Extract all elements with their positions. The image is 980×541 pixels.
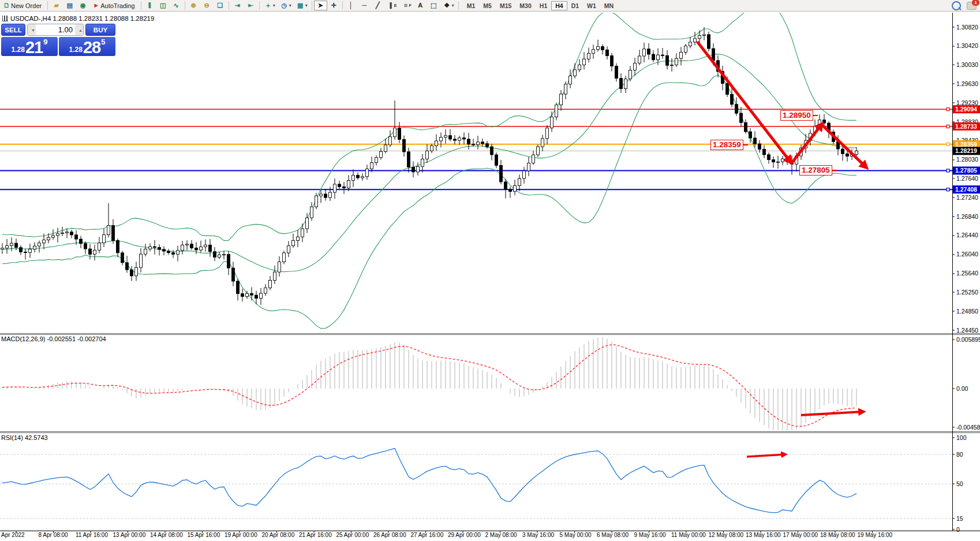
buy-price-sup: 5	[101, 38, 105, 46]
tab-timeframe-M1[interactable]: M1	[463, 1, 480, 10]
horizontal-line-button[interactable]: ─	[358, 1, 371, 10]
svg-text:6 May 08:00: 6 May 08:00	[597, 532, 629, 538]
tab-timeframe-H1[interactable]: H1	[536, 1, 551, 10]
volume-increase-button[interactable]: ▲	[75, 24, 83, 35]
svg-text:1.27408: 1.27408	[955, 186, 977, 193]
toolbar-separator	[458, 1, 459, 10]
arrows-tool-button[interactable]: ❖▾	[440, 1, 457, 10]
autotrading-button[interactable]: ► AutoTrading	[89, 1, 139, 10]
signals-icon: ◉	[78, 1, 87, 10]
svg-text:80: 80	[956, 451, 963, 458]
wallet-button[interactable]: ▰	[50, 1, 63, 10]
toolbar-separator	[229, 1, 229, 10]
svg-text:1.30420: 1.30420	[956, 42, 978, 49]
notifications-icon[interactable]: 1	[967, 2, 977, 10]
svg-text:18 May 08:00: 18 May 08:00	[820, 532, 855, 538]
chart-canvas[interactable]: 1.308201.304201.300301.296301.292301.288…	[0, 0, 980, 541]
periods-button[interactable]: ◷▾	[278, 1, 294, 10]
svg-text:13 May 16:00: 13 May 16:00	[746, 532, 781, 538]
line-chart-button[interactable]: ∿	[170, 1, 183, 10]
buy-button[interactable]: BUY	[85, 24, 115, 36]
svg-text:11 May 00:00: 11 May 00:00	[671, 532, 706, 538]
svg-text:2 May 08:00: 2 May 08:00	[485, 532, 517, 538]
macd-label: MACD(12,26,9) -0.002551 -0.002704	[1, 335, 106, 342]
candlestick-chart-button[interactable]: ◫	[156, 1, 170, 10]
zoom-in-icon: ⊕	[189, 1, 198, 10]
toolbar-separator	[342, 1, 343, 10]
price-annotation[interactable]: 1.28359	[710, 140, 743, 150]
volume-stepper: ▼ ▲	[27, 24, 84, 36]
bollinger-bands	[2, 3, 856, 329]
svg-text:19 May 16:00: 19 May 16:00	[858, 532, 893, 538]
tab-timeframe-W1[interactable]: W1	[583, 1, 600, 10]
search-icon[interactable]	[952, 1, 961, 10]
new-order-button[interactable]: 🗋 New Order	[0, 1, 46, 10]
sell-price[interactable]: 1.28 21 9	[1, 37, 58, 56]
text-label-button[interactable]: ⬚	[427, 1, 440, 10]
trend-arrows[interactable]	[697, 42, 866, 457]
auto-scroll-button[interactable]: ⇥	[231, 1, 244, 10]
auto-scroll-icon: ⇥	[233, 1, 242, 10]
tab-timeframe-D1[interactable]: D1	[567, 1, 583, 10]
fibonacci-button[interactable]: ≡F	[399, 1, 413, 10]
svg-text:15 Apr 16:00: 15 Apr 16:00	[188, 532, 220, 538]
candlestick-chart-icon: ◫	[159, 1, 167, 10]
metaeditor-icon: ▤	[65, 1, 74, 10]
trendline-button[interactable]: ╱	[371, 1, 384, 10]
indicators-button[interactable]: ＋▾	[261, 1, 278, 10]
volume-decrease-button[interactable]: ▼	[28, 24, 36, 35]
svg-text:1.26840: 1.26840	[956, 213, 978, 220]
svg-text:8 Apr 08:00: 8 Apr 08:00	[39, 532, 69, 538]
candlesticks	[1, 27, 858, 305]
vertical-line-icon: │	[347, 1, 356, 10]
price-annotation[interactable]: 1.27805	[799, 165, 832, 176]
price-annotation[interactable]: 1.28950	[780, 110, 813, 121]
toolbar-separator	[259, 1, 260, 10]
buy-price-prefix: 1.28	[69, 46, 83, 54]
templates-button[interactable]: ▦▾	[294, 1, 310, 10]
cursor-button[interactable]: ➤	[314, 1, 327, 10]
new-order-icon: 🗋	[2, 1, 11, 10]
tab-timeframe-MN[interactable]: MN	[600, 1, 618, 10]
time-axis: Apr 20228 Apr 08:0011 Apr 16:0013 Apr 00…	[1, 531, 893, 538]
tab-timeframe-M30[interactable]: M30	[515, 1, 535, 10]
channel-button[interactable]: ∥E	[384, 1, 399, 10]
trendline-icon: ╱	[373, 1, 382, 10]
svg-text:11 Apr 16:00: 11 Apr 16:00	[76, 532, 108, 538]
toolbar-separator	[47, 1, 48, 10]
svg-text:1.27240: 1.27240	[956, 194, 978, 201]
bar-chart-button[interactable]: ⫼	[143, 1, 156, 10]
autotrading-icon: ►	[92, 1, 100, 10]
svg-text:1.28030: 1.28030	[956, 156, 978, 163]
tile-windows-button[interactable]: ❏	[214, 1, 227, 10]
tab-timeframe-H4[interactable]: H4	[551, 1, 567, 10]
svg-text:100: 100	[956, 434, 967, 441]
svg-text:17 May 00:00: 17 May 00:00	[783, 532, 818, 538]
vertical-line-button[interactable]: │	[345, 1, 358, 10]
sell-price-prefix: 1.28	[12, 46, 25, 54]
one-click-trading-panel: SELL ▼ ▲ BUY 1.28 21 9 1.28 28 5	[1, 24, 115, 57]
volume-input[interactable]	[36, 24, 75, 35]
new-order-label: New Order	[11, 2, 42, 9]
buy-price[interactable]: 1.28 28 5	[59, 37, 115, 56]
zoom-in-button[interactable]: ⊕	[187, 1, 200, 10]
macd-histogram	[2, 337, 856, 430]
tab-timeframe-M15[interactable]: M15	[496, 1, 515, 10]
crosshair-button[interactable]: ✛	[327, 1, 341, 10]
chart-shift-button[interactable]: ⇤	[244, 1, 257, 10]
text-button[interactable]: A	[414, 1, 427, 10]
svg-text:1.29230: 1.29230	[956, 99, 978, 106]
line-chart-icon: ∿	[172, 1, 181, 10]
autotrading-label: AutoTrading	[100, 2, 135, 9]
toolbar: 🗋 New Order ▰ ▤ ◉ ► AutoTrading ⫼ ◫ ∿ ⊕ …	[0, 0, 980, 12]
signals-button[interactable]: ◉	[76, 1, 89, 10]
tab-timeframe-M5[interactable]: M5	[479, 1, 496, 10]
svg-text:1.29630: 1.29630	[956, 80, 978, 87]
svg-text:1.28733: 1.28733	[955, 123, 977, 130]
metaeditor-button[interactable]: ▤	[63, 1, 76, 10]
svg-text:1.30030: 1.30030	[956, 61, 978, 68]
sell-button[interactable]: SELL	[1, 24, 25, 36]
svg-text:25 Apr 00:00: 25 Apr 00:00	[336, 532, 369, 538]
zoom-out-button[interactable]: ⊖	[200, 1, 214, 10]
buy-price-big: 28	[83, 40, 100, 55]
